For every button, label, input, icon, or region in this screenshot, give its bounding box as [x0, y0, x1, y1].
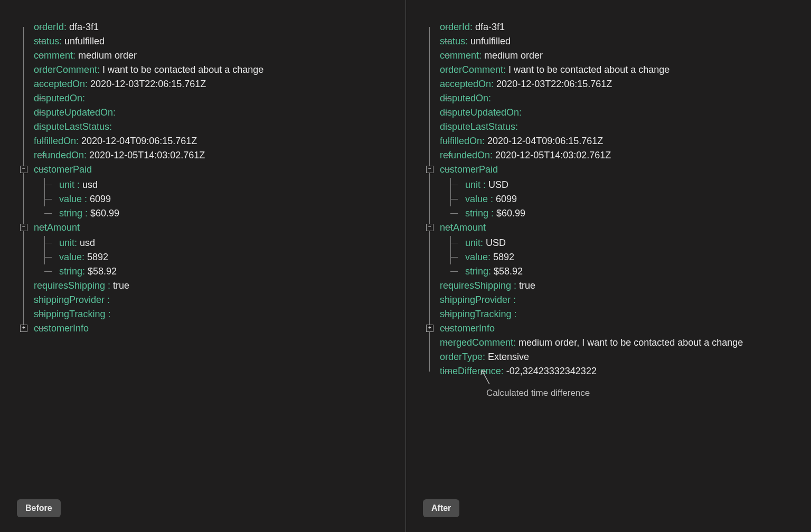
tree-row: orderComment: I want to be contacted abo… [440, 63, 669, 77]
tree-row: orderId: dfa-3f1 [440, 20, 505, 34]
tree-row: shippingProvider : [440, 293, 516, 307]
tree-row: unit: usd [59, 236, 95, 250]
after-label: After [423, 499, 459, 517]
tree-row: unit: USD [465, 236, 506, 250]
tree-row: string: $58.92 [465, 264, 523, 279]
tree-row: value : 6099 [465, 192, 517, 206]
tree-row: timeDifference: -02,32423332342322 [440, 364, 597, 378]
tree-row: status: unfulfilled [34, 34, 105, 49]
tree-row: fulfilledOn: 2020-12-04T09:06:15.761Z [440, 134, 603, 148]
before-label: Before [17, 499, 61, 517]
tree-row: string : $60.99 [465, 206, 525, 221]
tree-row: customerInfo [34, 321, 89, 336]
tree-row: comment: medium order [34, 49, 137, 63]
tree-row: disputeUpdatedOn: [440, 106, 522, 120]
tree-row: shippingTracking : [440, 307, 516, 321]
tree-row: customerPaid [34, 163, 92, 177]
tree-row: orderId: dfa-3f1 [34, 20, 99, 34]
collapse-toggle[interactable]: − [426, 166, 433, 173]
tree-row: orderComment: I want to be contacted abo… [34, 63, 263, 77]
collapse-toggle[interactable]: − [20, 166, 27, 173]
tree-row: orderType: Extensive [440, 350, 529, 364]
annotation-label: Calculated time difference [486, 388, 590, 398]
tree-row: disputedOn: [34, 91, 85, 106]
tree-row: disputeLastStatus: [34, 120, 112, 134]
tree-row: mergedComment: medium order, I want to b… [440, 336, 743, 350]
tree-row: comment: medium order [440, 49, 543, 63]
collapse-toggle[interactable]: − [426, 224, 433, 231]
svg-line-0 [482, 370, 489, 384]
tree-row: refundedOn: 2020-12-05T14:03:02.761Z [34, 148, 205, 163]
tree-row: fulfilledOn: 2020-12-04T09:06:15.761Z [34, 134, 197, 148]
tree-row: customerPaid [440, 163, 498, 177]
tree-row: acceptedOn: 2020-12-03T22:06:15.761Z [440, 77, 612, 91]
tree-row: refundedOn: 2020-12-05T14:03:02.761Z [440, 148, 611, 163]
tree-row: value: 5892 [59, 250, 108, 264]
expand-toggle[interactable]: + [20, 325, 27, 332]
before-tree: orderId: dfa-3f1 status: unfulfilled com… [19, 20, 391, 336]
tree-row: status: unfulfilled [440, 34, 511, 49]
tree-row: unit : USD [465, 178, 508, 192]
tree-row: requiresShipping : true [34, 279, 129, 293]
tree-row: customerInfo [440, 321, 495, 336]
tree-row: requiresShipping : true [440, 279, 535, 293]
tree-row: netAmount [440, 221, 486, 235]
tree-row: string : $60.99 [59, 206, 119, 221]
before-pane: orderId: dfa-3f1 status: unfulfilled com… [0, 0, 406, 532]
expand-toggle[interactable]: + [426, 325, 433, 332]
tree-row: value: 5892 [465, 250, 514, 264]
tree-row: shippingProvider : [34, 293, 110, 307]
diff-view: orderId: dfa-3f1 status: unfulfilled com… [0, 0, 811, 532]
tree-row: netAmount [34, 221, 80, 235]
tree-row: shippingTracking : [34, 307, 110, 321]
collapse-toggle[interactable]: − [20, 224, 27, 231]
tree-row: string: $58.92 [59, 264, 117, 279]
tree-row: disputedOn: [440, 91, 491, 106]
tree-row: disputeLastStatus: [440, 120, 518, 134]
after-tree: orderId: dfa-3f1 status: unfulfilled com… [425, 20, 796, 378]
tree-row: acceptedOn: 2020-12-03T22:06:15.761Z [34, 77, 206, 91]
tree-row: unit : usd [59, 178, 98, 192]
tree-row: disputeUpdatedOn: [34, 106, 116, 120]
tree-row: value : 6099 [59, 192, 111, 206]
annotation-arrow-icon [480, 369, 492, 385]
after-pane: orderId: dfa-3f1 status: unfulfilled com… [406, 0, 811, 532]
